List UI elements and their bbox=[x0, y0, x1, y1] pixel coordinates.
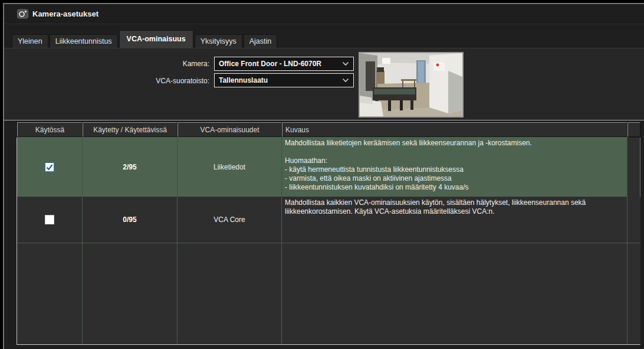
row-vcacore-enabled-cell[interactable] bbox=[17, 197, 83, 243]
liiketiedot-description[interactable]: Mahdollistaa liiketietojen keräämisen se… bbox=[282, 137, 627, 197]
vcacore-usage[interactable]: 0/95 bbox=[83, 197, 178, 243]
tab-liikkeentunnistus[interactable]: Liikkeentunnistus bbox=[50, 34, 118, 48]
tab-yleinen[interactable]: Yleinen bbox=[12, 34, 48, 48]
tab-vca-ominaisuus[interactable]: VCA-ominaisuus bbox=[119, 30, 193, 48]
vca-stream-select[interactable]: Tallennuslaatu bbox=[214, 73, 354, 87]
chevron-down-icon bbox=[342, 61, 349, 66]
empty-row-cell bbox=[282, 243, 627, 344]
liiketiedot-usage[interactable]: 2/95 bbox=[83, 137, 178, 197]
tab-ajastin[interactable]: Ajastin bbox=[244, 34, 278, 48]
empty-row-cell bbox=[83, 243, 178, 344]
header-kuvaus[interactable]: Kuvaus bbox=[282, 122, 627, 137]
header-spacer bbox=[627, 122, 640, 137]
vca-feature-table: Käytössä Käytetty / Käytettävissä VCA-om… bbox=[17, 122, 640, 345]
preview-red-marker bbox=[436, 64, 439, 67]
checkbox-check-icon bbox=[45, 163, 54, 171]
vca-stream-select-value: Tallennuslaatu bbox=[219, 76, 268, 84]
window-titlebar: Kamera-asetukset bbox=[4, 4, 644, 24]
camera-settings-icon bbox=[17, 9, 28, 19]
empty-row-cell bbox=[627, 243, 640, 344]
empty-row-cell bbox=[17, 243, 83, 344]
window-title: Kamera-asetukset bbox=[32, 9, 98, 18]
vcacore-checkbox[interactable] bbox=[45, 215, 54, 224]
header-kaytossa[interactable]: Käytössä bbox=[17, 122, 83, 137]
tab-yksityisyys[interactable]: Yksityisyys bbox=[195, 34, 242, 48]
liiketiedot-feature-name[interactable]: Liiketiedot bbox=[178, 137, 282, 197]
row2-spacer-cell bbox=[627, 197, 640, 243]
panel-table-separator bbox=[4, 120, 644, 120]
vcacore-feature-name[interactable]: VCA Core bbox=[178, 197, 282, 243]
vcacore-description[interactable]: Mahdollistaa kaikkien VCA-ominaisuuksien… bbox=[282, 197, 627, 243]
empty-row-cell bbox=[178, 243, 282, 344]
camera-select-value: Office Front Door - LND-6070R bbox=[219, 60, 321, 68]
camera-settings-window: Kamera-asetukset Yleinen Liikkeentunnist… bbox=[0, 0, 644, 349]
header-kaytetty[interactable]: Käytetty / Käytettävissä bbox=[83, 122, 178, 137]
camera-preview bbox=[359, 52, 464, 118]
row1-spacer-cell bbox=[627, 137, 640, 197]
chevron-down-icon bbox=[342, 78, 349, 83]
row-liiketiedot-enabled-cell[interactable] bbox=[17, 137, 83, 197]
camera-label: Kamera: bbox=[115, 60, 209, 68]
header-vca-ominaisuudet[interactable]: VCA-ominaisuudet bbox=[178, 122, 282, 137]
tab-strip: Yleinen Liikkeentunnistus VCA-ominaisuus… bbox=[4, 28, 644, 48]
camera-select[interactable]: Office Front Door - LND-6070R bbox=[214, 57, 354, 71]
vca-stream-label: VCA-suoratoisto: bbox=[115, 77, 209, 85]
liiketiedot-checkbox[interactable] bbox=[45, 162, 54, 172]
